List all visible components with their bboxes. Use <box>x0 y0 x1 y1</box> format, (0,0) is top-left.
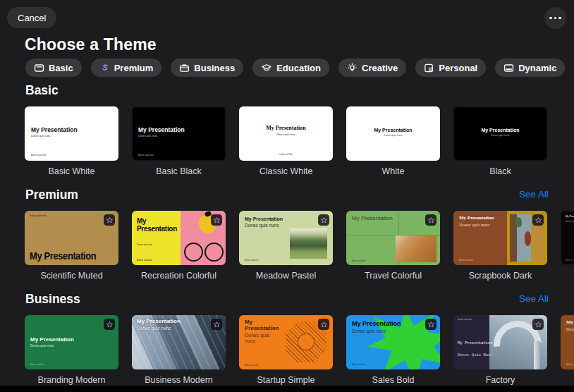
theme-thumbnail: My PresentationDonec quis nuncAuthor and… <box>239 106 333 161</box>
theme-name-label: Startup Simple <box>239 375 333 385</box>
slide-title-text: My Presentation <box>30 251 96 263</box>
theme-card-business-modern[interactable]: My PresentationDonec quis nuncAuthor and… <box>132 315 226 385</box>
theme-name-label: White <box>346 166 440 176</box>
slide-title-text: My Presentation <box>458 341 494 345</box>
slide-subtitle-text: Donec quis nunc <box>137 243 152 245</box>
premium-star-badge-icon <box>104 319 115 330</box>
premium-star-badge-icon <box>425 214 436 226</box>
slide-author-text: Author and Date <box>137 259 152 262</box>
theme-name-label: Factory <box>453 375 547 385</box>
theme-thumbnail: My PresentationDonec quis nuncAuthor and… <box>25 211 118 265</box>
slide-subtitle-text: Donec quis nunc <box>472 134 529 137</box>
slide-subtitle-text: Donec quis nunc <box>138 135 158 137</box>
theme-card-premium-partial[interactable]: My PresentationDonec quis nuncAuthor and… <box>561 211 574 281</box>
premium-ribbon-icon <box>99 63 110 73</box>
more-options-button[interactable] <box>544 7 566 29</box>
slide-title-text: My Presentation <box>566 320 574 326</box>
slide-author-text: Author and Date <box>352 364 366 366</box>
slide-author-text: Author and Date <box>566 364 574 366</box>
theme-card-meadow-pastel[interactable]: My PresentationDonec quis nuncAuthor and… <box>239 211 333 281</box>
section-title: Basic <box>25 83 59 97</box>
theme-card-basic-white[interactable]: My PresentationDonec quis nuncAuthor and… <box>25 106 118 176</box>
see-all-link[interactable]: See All <box>519 189 549 200</box>
theme-name-label: Classic White <box>239 166 333 176</box>
slide-title-text: My Presentation <box>453 128 547 133</box>
premium-star-badge-icon <box>318 319 329 330</box>
section-header: PremiumSee All <box>25 188 549 202</box>
theme-thumbnail: My PresentationDonec quis nuncAuthor and… <box>346 211 440 265</box>
theme-card-scientific-muted[interactable]: My PresentationDonec quis nuncAuthor and… <box>25 211 118 281</box>
page-title: Choose a Theme <box>25 35 157 54</box>
theme-card-branding-modern[interactable]: My PresentationDonec quis nuncAuthor and… <box>25 315 118 385</box>
choose-theme-sheet: { "header": { "cancel_label": "Cancel", … <box>0 0 574 392</box>
section-basic: BasicMy PresentationDonec quis nuncAutho… <box>0 83 574 176</box>
filter-chip-creative[interactable]: Creative <box>338 59 406 77</box>
theme-card-white[interactable]: My PresentationDonec quis nuncAuthor and… <box>346 106 440 176</box>
theme-name-label: Business Modern <box>132 375 226 385</box>
theme-row: My PresentationDonec quis nuncAuthor and… <box>0 106 574 176</box>
filter-chip-label: Basic <box>49 63 73 73</box>
slide-author-text: Author and Date <box>458 319 472 321</box>
ellipsis-icon <box>549 17 552 20</box>
slide-subtitle-text: Donec quis nunc <box>245 333 279 343</box>
slide-author-text: Author and Date <box>30 364 44 366</box>
filter-chip-business[interactable]: Business <box>171 59 243 77</box>
photo-icon <box>424 63 434 73</box>
theme-card-classic-white[interactable]: My PresentationDonec quis nuncAuthor and… <box>239 106 333 176</box>
theme-card-business-partial[interactable]: My PresentationDonec quis nuncAuthor and… <box>561 315 574 385</box>
theme-card-recreation-colorful[interactable]: My PresentationDonec quis nuncAuthor and… <box>132 211 226 281</box>
see-all-link[interactable]: See All <box>519 293 549 304</box>
theme-thumbnail: My PresentationDonec Quis NuncAuthor and… <box>453 315 547 369</box>
filter-chip-label: Business <box>194 63 235 73</box>
theme-thumbnail: My PresentationDonec quis nuncAuthor and… <box>453 106 547 161</box>
slide-title-text: My Presentation <box>352 215 401 221</box>
theme-card-black[interactable]: My PresentationDonec quis nuncAuthor and… <box>453 106 547 176</box>
theme-card-startup-simple[interactable]: My PresentationDonec quis nuncAuthor and… <box>239 315 333 385</box>
cancel-button[interactable]: Cancel <box>7 7 56 28</box>
theme-name-label: Black <box>453 166 547 176</box>
theme-row: My PresentationDonec quis nuncAuthor and… <box>0 315 574 385</box>
theme-thumbnail: My PresentationDonec quis nuncAuthor and… <box>561 211 574 265</box>
filter-chip-basic[interactable]: Basic <box>25 59 82 77</box>
slide-author-text: Author and Date <box>262 154 310 156</box>
theme-thumbnail: My PresentationDonec quis nuncAuthor and… <box>25 106 118 161</box>
slide-title-text: My Presentation <box>31 127 78 134</box>
filter-chip-education[interactable]: Education <box>252 59 329 77</box>
section-header: BusinessSee All <box>25 292 549 306</box>
slide-author-text: Author and Date <box>138 154 154 157</box>
filter-chip-label: Education <box>276 63 321 73</box>
theme-card-factory[interactable]: My PresentationDonec Quis NuncAuthor and… <box>453 315 547 385</box>
slide-author-text: Author and Date <box>566 259 574 262</box>
bottom-edge-bar <box>0 386 574 392</box>
theme-card-travel-colorful[interactable]: My PresentationDonec quis nuncAuthor and… <box>346 211 440 281</box>
premium-star-badge-icon <box>532 319 544 330</box>
theme-card-scrapbook-dark[interactable]: My PresentationDonec quis nuncAuthor and… <box>453 211 547 281</box>
slide-author-text: Author and Date <box>31 154 47 157</box>
slide-title-text: My Presentation <box>245 319 286 331</box>
filter-chip-personal[interactable]: Personal <box>415 59 486 77</box>
slide-subtitle-text: Donec quis nunc <box>566 327 574 332</box>
theme-card-basic-black[interactable]: My PresentationDonec quis nuncAuthor and… <box>132 106 226 176</box>
thumbnail-artwork <box>396 235 436 263</box>
slide-author-text: Author and Date <box>459 259 473 262</box>
theme-thumbnail: My PresentationDonec quis nuncAuthor and… <box>453 211 547 265</box>
section-title: Business <box>25 292 80 306</box>
theme-name-label: Travel Colorful <box>346 271 440 281</box>
premium-star-badge-icon <box>211 319 222 330</box>
slide-title-text: My Presentation <box>459 216 494 221</box>
theme-name-label: Basic Black <box>132 166 226 176</box>
filter-chip-dynamic[interactable]: Dynamic <box>495 59 565 77</box>
theme-card-sales-bold[interactable]: My PresentationDonec quis nuncAuthor and… <box>346 315 440 385</box>
slide-title-text: My Presentation <box>346 128 440 133</box>
theme-thumbnail: My PresentationDonec quis nuncAuthor and… <box>346 315 440 369</box>
slide-author-text: Author and Date <box>352 260 366 262</box>
theme-name-label: Scrapbook Dark <box>453 271 547 281</box>
theme-name-label <box>561 375 574 385</box>
theme-thumbnail: My PresentationDonec quis nuncAuthor and… <box>132 106 226 161</box>
slide-title-text: My Presentation <box>137 319 181 325</box>
filter-chip-premium[interactable]: Premium <box>91 59 162 77</box>
theme-name-label: Basic White <box>25 166 118 176</box>
dynamic-slide-icon <box>503 63 514 73</box>
theme-row: My PresentationDonec quis nuncAuthor and… <box>0 211 574 281</box>
slide-subtitle-text: Donec quis nunc <box>31 135 51 137</box>
